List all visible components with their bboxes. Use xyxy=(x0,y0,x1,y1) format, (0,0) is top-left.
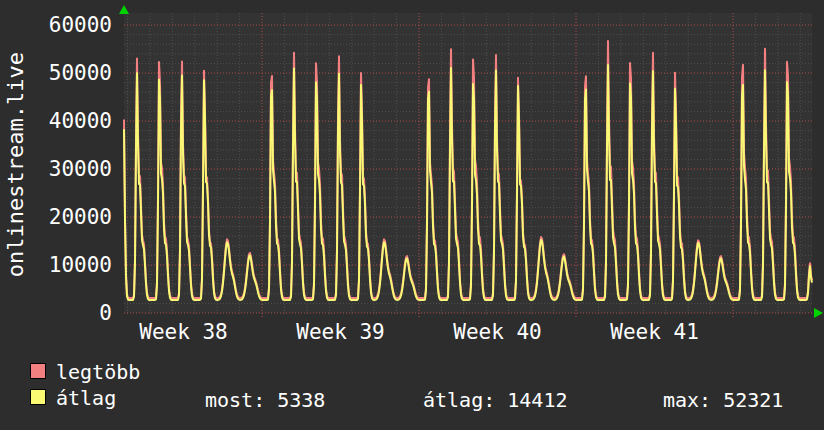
legend-swatch-atlag xyxy=(30,389,46,405)
x-tick-label: Week 39 xyxy=(296,321,385,343)
legend-swatch-legtobb xyxy=(30,363,46,379)
y-tick-label: 40000 xyxy=(0,110,112,132)
rrd-graph: onlinestream.live 0100002000030000400005… xyxy=(0,0,824,430)
legend-label-legtobb: legtöbb xyxy=(56,362,140,383)
stat-atlag: átlag: 14412 xyxy=(423,390,568,411)
plot-area xyxy=(124,13,812,313)
stat-max: max: 52321 xyxy=(663,390,783,411)
x-tick-label: Week 41 xyxy=(610,321,699,343)
y-tick-label: 60000 xyxy=(0,14,112,36)
y-axis-arrow-icon xyxy=(119,5,129,14)
x-axis-arrow-icon xyxy=(814,308,823,318)
y-tick-label: 20000 xyxy=(0,206,112,228)
y-tick-label: 10000 xyxy=(0,254,112,276)
y-tick-label: 30000 xyxy=(0,158,112,180)
x-tick-label: Week 40 xyxy=(453,321,542,343)
stat-most: most: 5338 xyxy=(205,390,325,411)
legend-label-atlag: átlag xyxy=(56,388,116,409)
y-tick-label: 50000 xyxy=(0,62,112,84)
x-tick-label: Week 38 xyxy=(139,321,228,343)
y-tick-label: 0 xyxy=(0,302,112,324)
